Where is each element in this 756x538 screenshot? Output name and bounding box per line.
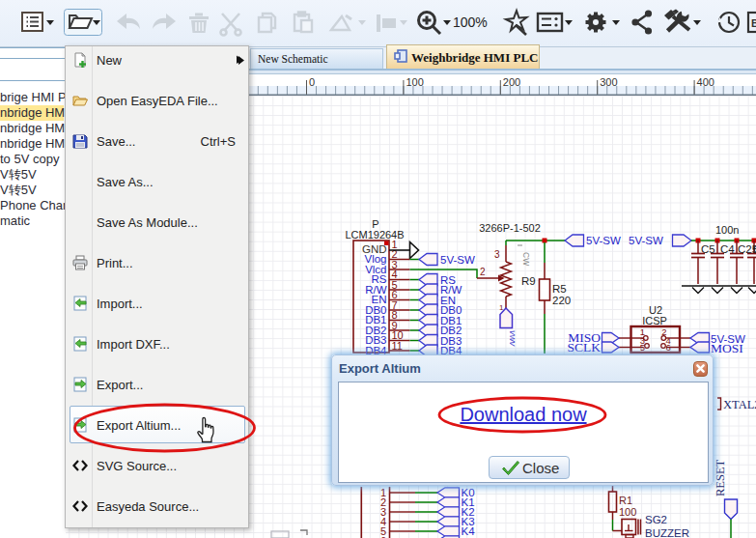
svg-text:K4: K4 <box>462 525 476 537</box>
svg-text:3266P-1-502: 3266P-1-502 <box>479 222 541 234</box>
svg-text:5V-SW: 5V-SW <box>586 235 621 246</box>
svg-text:vwv: vwv <box>508 330 518 348</box>
svg-text:R5: R5 <box>552 283 567 295</box>
svg-text:C5: C5 <box>701 243 715 255</box>
svg-text:RESET: RESET <box>714 459 727 496</box>
svg-text:MOSI: MOSI <box>711 341 743 355</box>
svg-text:R1: R1 <box>619 495 632 506</box>
svg-text:SG2: SG2 <box>645 514 667 525</box>
svg-text:SCLK: SCLK <box>567 340 601 354</box>
svg-text:6: 6 <box>380 535 386 538</box>
svg-text:ICSP: ICSP <box>642 315 667 326</box>
svg-text:C4: C4 <box>720 243 735 255</box>
svg-text:BUZZER: BUZZER <box>645 527 689 538</box>
svg-text:100: 100 <box>619 506 636 518</box>
svg-text:3: 3 <box>494 249 500 260</box>
svg-text:2: 2 <box>480 267 486 277</box>
svg-text:XTAL2: XTAL2 <box>723 398 756 411</box>
svg-text:5V-SW: 5V-SW <box>440 254 475 266</box>
svg-text:5V-SW: 5V-SW <box>629 235 663 246</box>
svg-text:100n: 100n <box>715 224 739 236</box>
svg-text:R9: R9 <box>521 275 536 287</box>
svg-text:220: 220 <box>552 295 571 306</box>
svg-text:11: 11 <box>392 340 403 352</box>
svg-text:CW: CW <box>521 252 531 266</box>
